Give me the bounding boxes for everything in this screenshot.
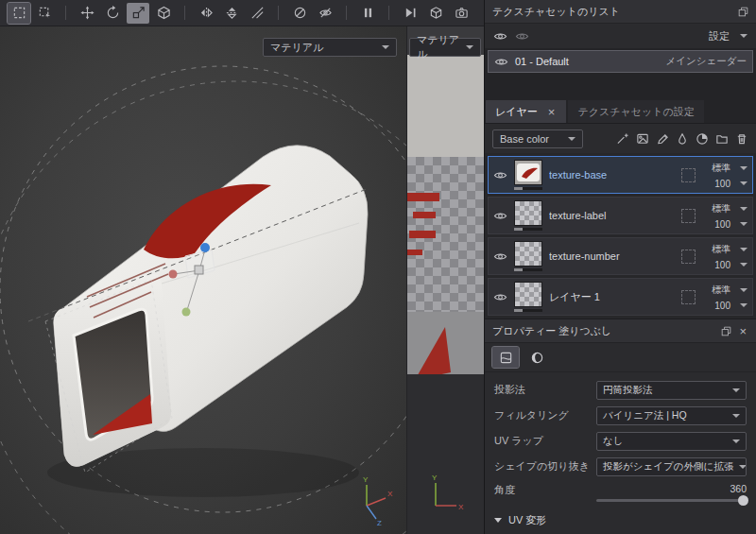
crescent-icon <box>530 351 544 365</box>
layer-opacity-dropdown[interactable]: 100 <box>714 260 747 270</box>
add-paint-layer-button[interactable] <box>656 132 669 146</box>
projection-dropdown[interactable]: 円筒投影法 <box>596 381 747 400</box>
add-folder-button[interactable] <box>715 132 729 146</box>
layer-visibility-icon[interactable] <box>493 290 507 304</box>
layer-blend-dropdown[interactable]: 標準 <box>712 162 747 175</box>
add-fill-layer-button[interactable] <box>676 132 689 146</box>
mirror-vertical-button[interactable] <box>220 3 243 24</box>
layer-blend-dropdown[interactable]: 標準 <box>712 284 747 297</box>
eye-visible-icon[interactable] <box>494 55 508 69</box>
viewport-2d[interactable]: マテリアル Y X <box>406 26 485 534</box>
layer-mask-placeholder[interactable] <box>681 290 696 304</box>
hide-geometry-button[interactable] <box>314 3 336 24</box>
layer-blend-dropdown[interactable]: 標準 <box>712 202 747 215</box>
close-icon[interactable]: × <box>737 325 748 337</box>
projection-field: 投影法 円筒投影法 <box>485 377 756 403</box>
viewport-3d[interactable]: マテリアル <box>0 26 406 534</box>
add-stamp-button[interactable] <box>636 132 649 146</box>
angle-slider-handle[interactable] <box>738 495 748 506</box>
hatch-projection-button[interactable] <box>246 3 268 24</box>
float-window-icon[interactable] <box>721 326 731 336</box>
texture-set-row[interactable]: 01 - Default メインシェーダー <box>488 50 753 73</box>
step-frame-button[interactable] <box>399 3 421 24</box>
layer-thumbnail[interactable] <box>514 241 542 271</box>
layer-opacity-dropdown[interactable]: 100 <box>714 179 747 189</box>
gizmo-y-handle[interactable] <box>182 308 191 317</box>
axis-indicator-2d: Y X <box>426 472 464 513</box>
layer-mask-placeholder[interactable] <box>681 209 696 223</box>
perspective-tool-button[interactable] <box>152 3 175 24</box>
tab-texture-set-settings[interactable]: テクスチャセットの設定 <box>568 100 703 123</box>
marquee-select-button[interactable] <box>8 3 30 24</box>
layer-visibility-icon[interactable] <box>493 209 507 223</box>
shape-crop-label: シェイプの切り抜き <box>494 459 596 474</box>
toolbar-separator <box>278 6 279 20</box>
uv-wrap-dropdown[interactable]: なし <box>596 432 747 451</box>
layer-visibility-icon[interactable] <box>493 168 507 182</box>
material-mode-dropdown-2d[interactable]: マテリアル <box>409 38 481 57</box>
angle-slider[interactable] <box>596 499 747 502</box>
layer-opacity-dropdown[interactable]: 100 <box>714 301 747 311</box>
opacity-value: 100 <box>714 260 730 270</box>
material-mode-dropdown-3d[interactable]: マテリアル <box>263 38 397 57</box>
layer-thumbnail[interactable] <box>514 200 542 231</box>
gizmo-x-handle[interactable] <box>169 270 178 279</box>
shape-crop-dropdown[interactable]: 投影がシェイプの外側に拡張 <box>596 457 747 476</box>
layer-opacity-dropdown[interactable]: 100 <box>714 219 747 230</box>
projection-value: 円筒投影法 <box>603 384 653 397</box>
no-rotation-button[interactable] <box>288 3 311 24</box>
fill-properties-tab[interactable] <box>492 347 519 368</box>
camera-mode-button[interactable] <box>450 3 472 24</box>
chevron-down-icon <box>382 45 389 49</box>
shape-crop-field: シェイプの切り抜き 投影がシェイプの外側に拡張 <box>485 454 756 479</box>
layer-row-texture-number[interactable]: texture-number 標準 100 <box>488 237 753 275</box>
uv-transform-section[interactable]: UV 変形 <box>485 502 756 527</box>
tab-close-icon[interactable]: × <box>546 106 558 118</box>
layer-row-texture-base[interactable]: texture-base 標準 100 <box>488 156 753 194</box>
layer-row-layer-1[interactable]: レイヤー 1 標準 100 <box>488 278 753 316</box>
settings-dropdown[interactable]: 設定 <box>709 29 747 43</box>
material-properties-tab[interactable] <box>524 347 550 368</box>
add-effect-button[interactable] <box>616 132 629 146</box>
chevron-down-icon <box>568 137 576 141</box>
filtering-value: バイリニア法 | HQ <box>603 409 687 422</box>
projection-label: 投影法 <box>494 383 596 397</box>
fill-icon <box>499 351 513 365</box>
axis-x-label: X <box>458 503 464 511</box>
rotate-tool-button[interactable] <box>101 3 124 24</box>
channel-dropdown[interactable]: Base color <box>492 129 583 148</box>
mirror-horizontal-button[interactable] <box>195 3 217 24</box>
eye-off-icon <box>318 6 333 20</box>
float-window-icon[interactable] <box>738 7 748 17</box>
layer-blend-dropdown[interactable]: 標準 <box>712 243 747 256</box>
layer-visibility-icon[interactable] <box>493 250 507 264</box>
tab-settings-label: テクスチャセットの設定 <box>577 105 694 119</box>
tab-layers[interactable]: レイヤー × <box>486 100 566 123</box>
chevron-down-icon <box>732 388 740 392</box>
material-mode-button[interactable] <box>424 3 447 24</box>
properties-title: プロパティー 塗りつぶし <box>492 324 715 338</box>
move-tool-button[interactable] <box>76 3 98 24</box>
angle-field: 角度 360 <box>485 479 756 502</box>
gizmo-z-handle[interactable] <box>200 243 210 252</box>
layer-thumbnail[interactable] <box>514 282 542 312</box>
layer-row-texture-label[interactable]: texture-label 標準 100 <box>488 197 753 234</box>
layer-mask-placeholder[interactable] <box>681 250 696 264</box>
filtering-dropdown[interactable]: バイリニア法 | HQ <box>596 406 747 425</box>
gizmo-center-handle[interactable] <box>195 266 203 274</box>
path-select-button[interactable] <box>33 3 56 24</box>
texture-set-list-title: テクスチャセットのリスト <box>492 5 732 19</box>
texture-set-shader[interactable]: メインシェーダー <box>666 55 747 68</box>
eye-alt-icon[interactable] <box>515 29 529 43</box>
add-smart-material-button[interactable] <box>696 132 709 146</box>
pause-engine-button[interactable] <box>356 3 379 24</box>
texture-set-list-header: テクスチャセットのリスト <box>485 0 756 24</box>
layer-name: レイヤー 1 <box>549 290 675 304</box>
eye-visible-icon[interactable] <box>493 29 507 43</box>
layer-mask-placeholder[interactable] <box>681 168 696 182</box>
scale-tool-button[interactable] <box>127 3 149 24</box>
delete-layer-button[interactable] <box>735 132 748 146</box>
tab-layers-label: レイヤー <box>495 105 538 119</box>
marquee-select-icon <box>12 6 26 20</box>
layer-thumbnail[interactable] <box>514 160 542 190</box>
